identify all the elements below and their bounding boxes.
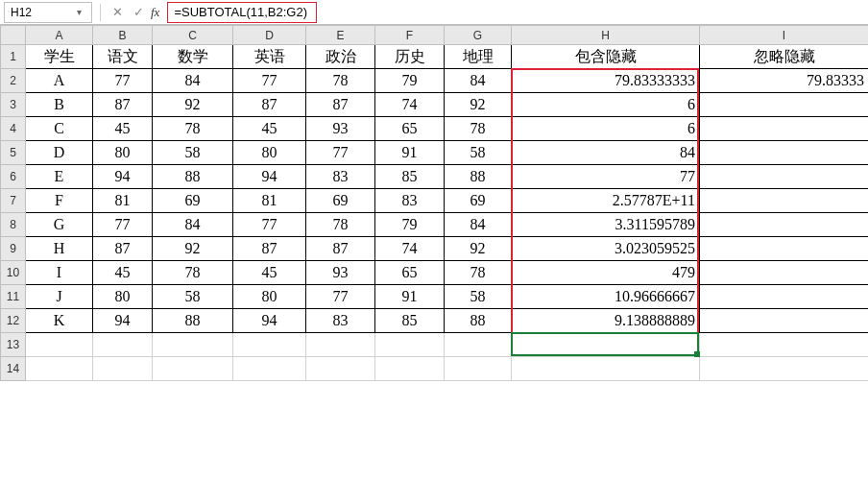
row-header-2[interactable]: 2 xyxy=(1,69,26,93)
cell-E4[interactable]: 93 xyxy=(306,117,375,141)
cell-H7[interactable]: 2.57787E+11 xyxy=(512,189,700,213)
cell-I13[interactable] xyxy=(700,333,869,357)
cell-A7[interactable]: F xyxy=(26,189,93,213)
cell-A13[interactable] xyxy=(26,333,93,357)
col-header-H[interactable]: H xyxy=(512,26,700,45)
cell-B3[interactable]: 87 xyxy=(93,93,153,117)
cell-G12[interactable]: 88 xyxy=(445,309,512,333)
row-header-3[interactable]: 3 xyxy=(1,93,26,117)
cell-G1[interactable]: 地理 xyxy=(445,45,512,69)
name-box[interactable]: H12 ▾ xyxy=(4,2,92,23)
col-header-D[interactable]: D xyxy=(233,26,306,45)
cell-C2[interactable]: 84 xyxy=(153,69,233,93)
cell-C13[interactable] xyxy=(153,333,233,357)
row-header-13[interactable]: 13 xyxy=(1,333,26,357)
cell-B10[interactable]: 45 xyxy=(93,261,153,285)
cell-A5[interactable]: D xyxy=(26,141,93,165)
cell-E11[interactable]: 77 xyxy=(306,285,375,309)
cell-H1[interactable]: 包含隐藏 xyxy=(512,45,700,69)
cell-E14[interactable] xyxy=(306,357,375,381)
cell-G7[interactable]: 69 xyxy=(445,189,512,213)
cell-G14[interactable] xyxy=(445,357,512,381)
cell-G2[interactable]: 84 xyxy=(445,69,512,93)
cell-I5[interactable] xyxy=(700,141,869,165)
cell-D6[interactable]: 94 xyxy=(233,165,306,189)
cell-E10[interactable]: 93 xyxy=(306,261,375,285)
cell-D7[interactable]: 81 xyxy=(233,189,306,213)
cell-F1[interactable]: 历史 xyxy=(375,45,445,69)
cell-A12[interactable]: K xyxy=(26,309,93,333)
cell-I4[interactable] xyxy=(700,117,869,141)
cell-E12[interactable]: 83 xyxy=(306,309,375,333)
cell-D14[interactable] xyxy=(233,357,306,381)
cell-E6[interactable]: 83 xyxy=(306,165,375,189)
cell-I2[interactable]: 79.83333 xyxy=(700,69,869,93)
cell-G11[interactable]: 58 xyxy=(445,285,512,309)
cell-E5[interactable]: 77 xyxy=(306,141,375,165)
cell-F3[interactable]: 74 xyxy=(375,93,445,117)
cell-E3[interactable]: 87 xyxy=(306,93,375,117)
cell-B6[interactable]: 94 xyxy=(93,165,153,189)
cell-G13[interactable] xyxy=(445,333,512,357)
cell-A8[interactable]: G xyxy=(26,213,93,237)
row-header-7[interactable]: 7 xyxy=(1,189,26,213)
cell-C11[interactable]: 58 xyxy=(153,285,233,309)
cell-A10[interactable]: I xyxy=(26,261,93,285)
cell-F6[interactable]: 85 xyxy=(375,165,445,189)
col-header-B[interactable]: B xyxy=(93,26,153,45)
cell-B13[interactable] xyxy=(93,333,153,357)
cell-F8[interactable]: 79 xyxy=(375,213,445,237)
cell-I3[interactable] xyxy=(700,93,869,117)
col-header-A[interactable]: A xyxy=(26,26,93,45)
col-header-G[interactable]: G xyxy=(445,26,512,45)
cell-H4[interactable]: 6 xyxy=(512,117,700,141)
cell-I10[interactable] xyxy=(700,261,869,285)
cell-G5[interactable]: 58 xyxy=(445,141,512,165)
cell-E8[interactable]: 78 xyxy=(306,213,375,237)
cell-H3[interactable]: 6 xyxy=(512,93,700,117)
cell-G9[interactable]: 92 xyxy=(445,237,512,261)
cell-F5[interactable]: 91 xyxy=(375,141,445,165)
cell-F2[interactable]: 79 xyxy=(375,69,445,93)
cell-B5[interactable]: 80 xyxy=(93,141,153,165)
cell-D1[interactable]: 英语 xyxy=(233,45,306,69)
cell-B7[interactable]: 81 xyxy=(93,189,153,213)
cell-B9[interactable]: 87 xyxy=(93,237,153,261)
cancel-icon[interactable]: ✕ xyxy=(108,4,126,21)
cell-C5[interactable]: 58 xyxy=(153,141,233,165)
cell-A6[interactable]: E xyxy=(26,165,93,189)
cell-A9[interactable]: H xyxy=(26,237,93,261)
cell-D5[interactable]: 80 xyxy=(233,141,306,165)
cell-C12[interactable]: 88 xyxy=(153,309,233,333)
cell-D8[interactable]: 77 xyxy=(233,213,306,237)
cell-A14[interactable] xyxy=(26,357,93,381)
cell-D10[interactable]: 45 xyxy=(233,261,306,285)
cell-F11[interactable]: 91 xyxy=(375,285,445,309)
cell-I8[interactable] xyxy=(700,213,869,237)
cell-A3[interactable]: B xyxy=(26,93,93,117)
cell-B14[interactable] xyxy=(93,357,153,381)
row-header-11[interactable]: 11 xyxy=(1,285,26,309)
enter-icon[interactable]: ✓ xyxy=(130,4,147,21)
cell-H11[interactable]: 10.96666667 xyxy=(512,285,700,309)
cell-D11[interactable]: 80 xyxy=(233,285,306,309)
cell-F14[interactable] xyxy=(375,357,445,381)
fx-icon[interactable]: fx xyxy=(151,5,159,20)
row-header-4[interactable]: 4 xyxy=(1,117,26,141)
row-header-6[interactable]: 6 xyxy=(1,165,26,189)
cell-B8[interactable]: 77 xyxy=(93,213,153,237)
cell-I7[interactable] xyxy=(700,189,869,213)
cell-C9[interactable]: 92 xyxy=(153,237,233,261)
cell-C3[interactable]: 92 xyxy=(153,93,233,117)
cell-F9[interactable]: 74 xyxy=(375,237,445,261)
cell-G4[interactable]: 78 xyxy=(445,117,512,141)
cell-H8[interactable]: 3.311595789 xyxy=(512,213,700,237)
cell-H9[interactable]: 3.023059525 xyxy=(512,237,700,261)
cell-H10[interactable]: 479 xyxy=(512,261,700,285)
formula-input[interactable]: =SUBTOTAL(11,B2:G2) xyxy=(167,2,317,23)
cell-E9[interactable]: 87 xyxy=(306,237,375,261)
row-header-8[interactable]: 8 xyxy=(1,213,26,237)
cell-F7[interactable]: 83 xyxy=(375,189,445,213)
cell-C7[interactable]: 69 xyxy=(153,189,233,213)
cell-B1[interactable]: 语文 xyxy=(93,45,153,69)
